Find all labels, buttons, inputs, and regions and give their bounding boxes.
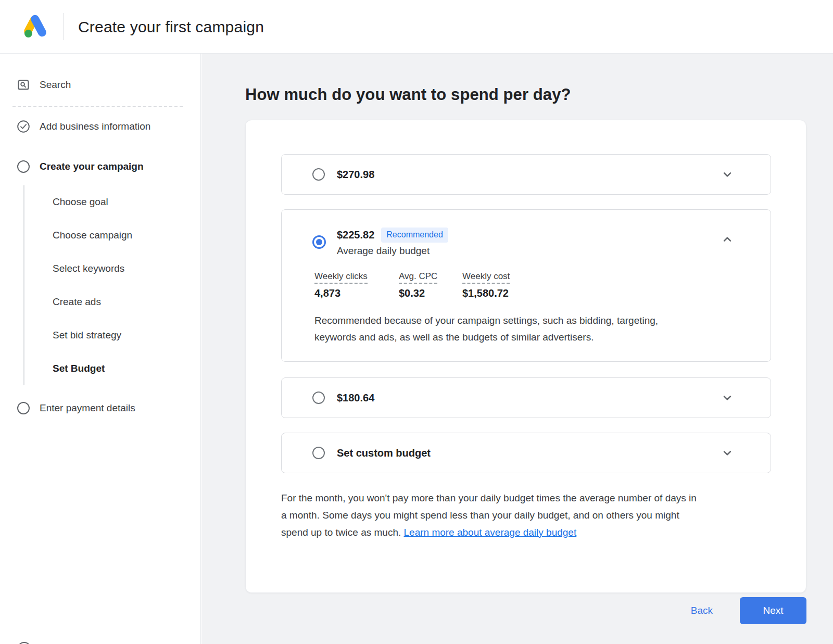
radio-button-selected[interactable] (312, 235, 326, 249)
stat-value: $0.32 (399, 287, 443, 299)
chevron-down-icon[interactable] (721, 446, 734, 460)
radio-button[interactable] (312, 447, 325, 459)
selected-option-header: $225.82 Recommended Average daily budget (282, 227, 771, 257)
stat-label: Weekly clicks (314, 271, 368, 284)
app-header: Create your first campaign (0, 0, 833, 54)
back-button[interactable]: Back (691, 605, 713, 616)
budget-footnote: For the month, you won't pay more than y… (281, 489, 700, 592)
budget-amount: $180.64 (337, 392, 374, 404)
budget-amount: Set custom budget (337, 447, 431, 459)
recommended-badge: Recommended (381, 228, 448, 243)
sidebar-item-label: Create your campaign (40, 161, 144, 172)
budget-option-custom[interactable]: Set custom budget (281, 433, 771, 473)
check-circle-icon (17, 120, 30, 133)
budget-amount: $270.98 (337, 169, 374, 181)
sidebar-item-label: Search (40, 79, 71, 91)
sidebar-subitem-create-ads[interactable]: Create ads (53, 285, 200, 319)
sidebar-subitem-select-keywords[interactable]: Select keywords (53, 252, 200, 285)
budget-option-high[interactable]: $270.98 (281, 154, 771, 195)
radio-button[interactable] (312, 168, 325, 181)
stat-weekly-clicks: Weekly clicks 4,873 (314, 271, 378, 299)
sidebar-item-create-your-campaign[interactable]: Create your campaign (0, 154, 200, 179)
stat-value: 4,873 (314, 287, 378, 299)
circle-icon (17, 160, 30, 173)
selected-option-text: $225.82 Recommended Average daily budget (337, 227, 448, 257)
circle-icon (17, 642, 31, 644)
budget-card: $270.98 $225.82 Recommended Average dail… (245, 120, 806, 593)
wizard-actions: Back Next (245, 597, 806, 624)
recommendation-description: Recommended because of your campaign set… (314, 312, 674, 346)
budget-amount: $225.82 (337, 229, 374, 241)
learn-more-link[interactable]: Learn more about average daily budget (404, 527, 577, 538)
sidebar-dashed-divider (12, 106, 183, 107)
chevron-down-icon[interactable] (721, 168, 734, 181)
sidebar-item-enter-payment-details[interactable]: Enter payment details (0, 396, 200, 421)
budget-stats: Weekly clicks 4,873 Avg. CPC $0.32 Weekl… (314, 271, 771, 299)
sidebar-item-add-business-information[interactable]: Add business information (0, 114, 200, 139)
stat-avg-cpc: Avg. CPC $0.32 (399, 271, 443, 299)
logo-green-dot (24, 30, 32, 37)
page-title: Create your first campaign (78, 0, 264, 54)
sidebar-subitem-choose-goal[interactable]: Choose goal (53, 185, 200, 219)
radio-button[interactable] (312, 392, 325, 404)
sidebar-subitem-choose-campaign[interactable]: Choose campaign (53, 219, 200, 252)
campaign-substeps: Choose goal Choose campaign Select keywo… (23, 185, 200, 385)
question-heading: How much do you want to spend per day? (245, 83, 833, 106)
stat-label: Weekly cost (462, 271, 510, 284)
stat-weekly-cost: Weekly cost $1,580.72 (462, 271, 510, 299)
stat-label: Avg. CPC (399, 271, 437, 284)
sidebar: Search Add business information Create y… (0, 54, 201, 644)
circle-icon (17, 401, 30, 415)
budget-option-low[interactable]: $180.64 (281, 377, 771, 418)
sidebar-item-search[interactable]: Search (0, 72, 200, 97)
search-icon (17, 78, 30, 92)
sidebar-subitem-set-budget[interactable]: Set Budget (53, 352, 200, 385)
stat-value: $1,580.72 (462, 287, 510, 299)
sidebar-item-label: Enter payment details (40, 402, 135, 414)
budget-option-recommended[interactable]: $225.82 Recommended Average daily budget… (281, 209, 771, 362)
header-divider (64, 13, 64, 40)
main-content: How much do you want to spend per day? $… (201, 54, 833, 644)
sidebar-item-label: Add business information (40, 121, 150, 132)
chevron-up-icon[interactable] (721, 233, 734, 246)
sidebar-subitem-set-bid-strategy[interactable]: Set bid strategy (53, 319, 200, 352)
google-ads-logo-icon (24, 14, 47, 39)
budget-subtitle: Average daily budget (337, 245, 448, 257)
next-button[interactable]: Next (740, 597, 806, 624)
chevron-down-icon[interactable] (721, 391, 734, 405)
